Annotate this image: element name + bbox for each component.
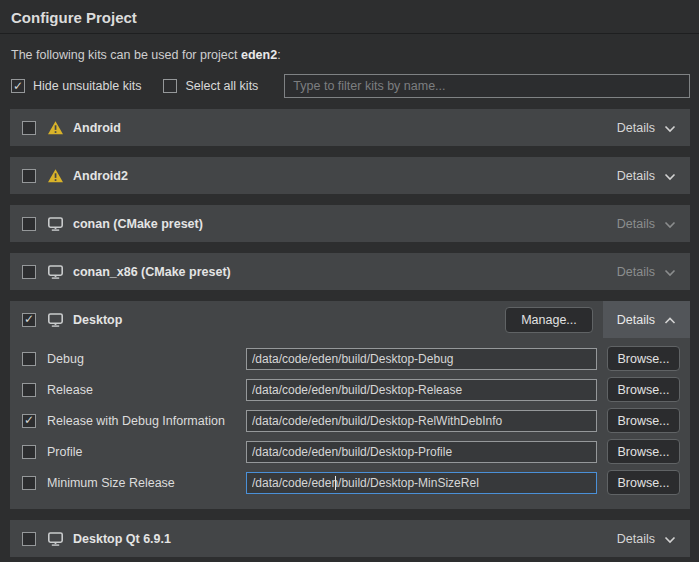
kit-checkbox[interactable]: ✓	[22, 265, 36, 279]
browse-button[interactable]: Browse...	[607, 346, 680, 371]
build-dir-input[interactable]	[246, 410, 597, 432]
details-toggle: Details	[603, 205, 690, 242]
kit-row-desktop: ✓ Desktop Manage... Details ✓ Debug Brow…	[10, 301, 690, 509]
project-name: eden2	[241, 48, 277, 62]
build-dir-input[interactable]	[246, 348, 597, 370]
chevron-down-icon	[664, 221, 676, 229]
text-cursor	[335, 476, 336, 490]
warning-icon	[47, 168, 64, 184]
kit-name: conan (CMake preset)	[73, 217, 203, 231]
kit-row-conan-x86: ✓ conan_x86 (CMake preset) Details	[10, 253, 690, 290]
details-label: Details	[617, 217, 655, 231]
kit-header: ✓ Desktop Qt 6.9.1 Details	[10, 520, 690, 557]
browse-button[interactable]: Browse...	[607, 408, 680, 433]
browse-button[interactable]: Browse...	[607, 377, 680, 402]
kit-row-desktop-qt: ✓ Desktop Qt 6.9.1 Details	[10, 520, 690, 557]
kit-name: Android2	[73, 169, 128, 183]
page-title: Configure Project	[11, 9, 687, 27]
kit-name: conan_x86 (CMake preset)	[73, 265, 231, 279]
kit-header: ✓ conan (CMake preset) Details	[10, 205, 690, 242]
path-field-wrap	[246, 410, 597, 432]
config-label: Release	[47, 383, 246, 397]
config-checkbox[interactable]: ✓	[22, 445, 36, 459]
config-checkbox[interactable]: ✓	[22, 352, 36, 366]
details-label: Details	[617, 169, 655, 183]
check-icon: ✓	[24, 414, 34, 426]
details-toggle[interactable]: Details	[603, 157, 690, 194]
details-label: Details	[617, 265, 655, 279]
chevron-up-icon	[664, 317, 676, 325]
path-field-wrap	[246, 348, 597, 370]
build-dir-input[interactable]	[246, 441, 597, 463]
kit-name: Desktop Qt 6.9.1	[73, 532, 171, 546]
build-config-row-profile: ✓ Profile Browse...	[22, 436, 680, 467]
config-label: Profile	[47, 445, 246, 459]
config-checkbox[interactable]: ✓	[22, 476, 36, 490]
path-field-wrap	[246, 379, 597, 401]
chevron-down-icon	[664, 173, 676, 181]
build-config-row-relwithdebinfo: ✓ Release with Debug Information Browse.…	[22, 405, 680, 436]
kit-checkbox[interactable]: ✓	[22, 313, 36, 327]
kit-name: Desktop	[73, 313, 122, 327]
desktop-icon	[47, 216, 64, 232]
select-all-checkbox[interactable]: ✓	[163, 79, 177, 93]
intro-text: The following kits can be used for proje…	[11, 47, 687, 63]
build-dir-input[interactable]	[246, 379, 597, 401]
browse-button[interactable]: Browse...	[607, 470, 680, 495]
select-all-label: Select all kits	[185, 79, 258, 93]
config-checkbox[interactable]: ✓	[22, 383, 36, 397]
build-config-row-release: ✓ Release Browse...	[22, 374, 680, 405]
intro-before: The following kits can be used for proje…	[11, 48, 241, 62]
kit-checkbox[interactable]: ✓	[22, 121, 36, 135]
desktop-icon	[47, 264, 64, 280]
chevron-down-icon	[664, 269, 676, 277]
kit-filter-input[interactable]	[284, 74, 690, 98]
hide-unsuitable-checkbox[interactable]: ✓	[11, 79, 25, 93]
kit-header: ✓ Android Details	[10, 109, 690, 146]
kit-checkbox[interactable]: ✓	[22, 169, 36, 183]
kit-header: ✓ Android2 Details	[10, 157, 690, 194]
kit-name: Android	[73, 121, 121, 135]
details-label: Details	[617, 532, 655, 546]
hide-unsuitable-kits-checkbox-group[interactable]: ✓ Hide unsuitable kits	[11, 79, 141, 93]
config-checkbox[interactable]: ✓	[22, 414, 36, 428]
config-label: Debug	[47, 352, 246, 366]
desktop-icon	[47, 531, 64, 547]
path-field-wrap	[246, 472, 597, 494]
kit-row-android: ✓ Android Details	[10, 109, 690, 146]
warning-icon	[47, 120, 64, 136]
details-toggle: Details	[603, 253, 690, 290]
kit-header: ✓ conan_x86 (CMake preset) Details	[10, 253, 690, 290]
config-label: Release with Debug Information	[47, 414, 246, 428]
kit-filter-bar: ✓ Hide unsuitable kits ✓ Select all kits	[11, 74, 690, 98]
details-toggle[interactable]: Details	[603, 520, 690, 557]
chevron-down-icon	[664, 125, 676, 133]
build-config-row-debug: ✓ Debug Browse...	[22, 343, 680, 374]
kit-row-android2: ✓ Android2 Details	[10, 157, 690, 194]
build-dir-input-focused[interactable]	[246, 472, 597, 494]
desktop-icon	[47, 312, 64, 328]
kit-checkbox[interactable]: ✓	[22, 217, 36, 231]
details-label: Details	[617, 313, 655, 327]
check-icon: ✓	[13, 80, 23, 92]
chevron-down-icon	[664, 536, 676, 544]
details-toggle[interactable]: Details	[603, 109, 690, 146]
path-field-wrap	[246, 441, 597, 463]
hide-unsuitable-label: Hide unsuitable kits	[33, 79, 141, 93]
browse-button[interactable]: Browse...	[607, 439, 680, 464]
check-icon: ✓	[24, 313, 34, 325]
intro-after: :	[277, 48, 280, 62]
details-label: Details	[617, 121, 655, 135]
titlebar: Configure Project	[0, 0, 699, 34]
kit-row-conan: ✓ conan (CMake preset) Details	[10, 205, 690, 242]
details-toggle[interactable]: Details	[603, 301, 690, 338]
select-all-kits-checkbox-group[interactable]: ✓ Select all kits	[163, 79, 258, 93]
kit-checkbox[interactable]: ✓	[22, 532, 36, 546]
kit-list: ✓ Android Details ✓ Android2 Details ✓	[10, 109, 690, 557]
build-config-list: ✓ Debug Browse... ✓ Release Browse... ✓ …	[10, 338, 690, 509]
kit-header: ✓ Desktop Manage... Details	[10, 301, 690, 338]
build-config-row-minsizerel: ✓ Minimum Size Release Browse...	[22, 467, 680, 498]
manage-button[interactable]: Manage...	[505, 307, 593, 333]
config-label: Minimum Size Release	[47, 476, 246, 490]
